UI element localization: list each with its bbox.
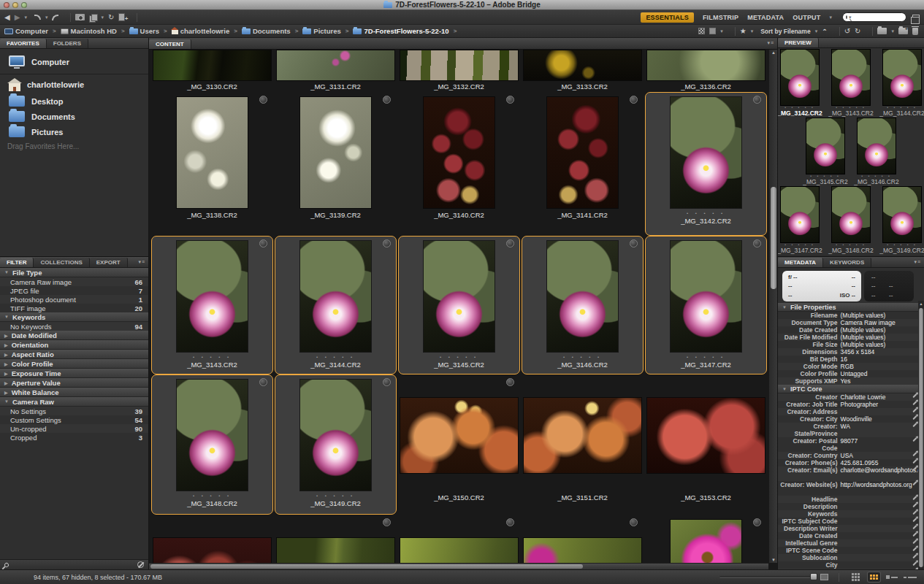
preview-item-_mg_3148.cr2[interactable]: • • • • •_MG_3148.CR2	[829, 187, 873, 256]
tab-export[interactable]: EXPORT	[90, 258, 128, 267]
filter-section-header[interactable]: ▶White Balance	[0, 388, 148, 397]
new-folder-icon[interactable]	[898, 28, 908, 34]
edit-pencil-icon[interactable]	[912, 393, 917, 398]
filter-items-icon[interactable]	[709, 28, 716, 34]
thumbnail-image[interactable]	[400, 50, 518, 80]
sort-ascending-icon[interactable]: ⌃	[822, 28, 828, 34]
thumbnail-cell-_mg_3130.cr2[interactable]: _MG_3130.CR2	[151, 50, 273, 92]
tab-favorites[interactable]: FAVORITES	[0, 39, 47, 48]
thumbnail-cell-_mg_3132.cr2[interactable]: _MG_3132.CR2	[398, 50, 520, 92]
thumbnail-image[interactable]	[671, 520, 741, 563]
thumbnail-cell-_mg_3153.cr2[interactable]: _MG_3153.CR2	[645, 374, 767, 515]
nav-history-dropdown-icon[interactable]: ▾	[24, 15, 27, 20]
edit-pencil-icon[interactable]	[912, 481, 917, 485]
compact-mode-icon[interactable]	[912, 15, 920, 20]
preview-horizontal-scrollbar[interactable]	[779, 256, 923, 256]
rating-dots[interactable]: • • • • •	[316, 354, 355, 360]
favorites-item-desktop[interactable]: Desktop	[0, 93, 148, 109]
edit-pencil-icon[interactable]	[912, 561, 917, 566]
preview-item-_mg_3145.cr2[interactable]: • • • • •_MG_3145.CR2	[803, 118, 847, 187]
open-in-camera-raw-icon[interactable]: ↻	[108, 14, 114, 21]
star-filter-dropdown-icon[interactable]: ▾	[751, 28, 754, 34]
rating-dots[interactable]: • • • • •	[563, 354, 602, 360]
edit-pencil-icon[interactable]	[912, 423, 917, 427]
thumbnail-image[interactable]	[277, 538, 394, 564]
boomerang-dropdown-icon[interactable]: ▾	[45, 15, 48, 20]
metadata-panel-menu-icon[interactable]: ▾≡	[914, 259, 921, 265]
thumbnail-image[interactable]	[153, 538, 271, 564]
thumbnail-image[interactable]	[177, 97, 248, 208]
filter-item[interactable]: TIFF image20	[0, 304, 148, 312]
breadcrumb-item[interactable]: 7D-ForestFlowers-5-22-10	[353, 27, 448, 35]
thumbnail-cell-_mg_3150.cr2[interactable]: _MG_3150.CR2	[398, 374, 520, 515]
view-as-details-icon[interactable]	[886, 575, 898, 579]
clear-filter-icon[interactable]	[137, 561, 144, 568]
thumbnail-image[interactable]	[300, 97, 371, 208]
edit-pencil-icon[interactable]	[912, 518, 917, 522]
star-rating-filter-icon[interactable]: ★	[740, 28, 747, 35]
tab-keywords[interactable]: KEYWORDS	[823, 258, 871, 267]
workspace-tab-filmstrip[interactable]: FILMSTRIP	[703, 14, 738, 21]
breadcrumb-item[interactable]: charlottelowrie	[172, 27, 230, 35]
metadata-scrollbar[interactable]: ▲ ▼	[918, 301, 924, 576]
preview-item-_mg_3146.cr2[interactable]: • • • • •_MG_3146.CR2	[855, 118, 898, 187]
metadata-field-value[interactable]: charlotte@wordsandphotos.org	[841, 466, 911, 474]
thumbnail-cell-_mg_3146.cr2[interactable]: • • • • •_MG_3146.CR2	[522, 236, 644, 374]
edit-pencil-icon[interactable]	[912, 437, 917, 442]
filter-item[interactable]: Photoshop document1	[0, 295, 148, 304]
get-photos-from-camera-icon[interactable]	[75, 14, 85, 20]
thumbnail-cell-_mg_3133.cr2[interactable]: _MG_3133.CR2	[522, 50, 644, 92]
scroll-down-icon[interactable]: ▼	[771, 558, 776, 562]
thumbnail-image[interactable]	[177, 241, 248, 352]
rating-dots[interactable]: • • • • •	[193, 354, 232, 360]
thumbnail-cell-_mg_3149.cr2[interactable]: • • • • •_MG_3149.CR2	[275, 374, 397, 515]
favorites-item-documents[interactable]: Documents	[0, 109, 148, 124]
thumbnail-image[interactable]	[400, 398, 518, 473]
thumbnail-image[interactable]	[300, 241, 371, 352]
thumbnail-cell-_mg_3145.cr2[interactable]: • • • • •_MG_3145.CR2	[398, 236, 520, 374]
preview-item-_mg_3144.cr2[interactable]: • • • • •_MG_3144.CR2	[880, 50, 924, 118]
edit-pencil-icon[interactable]	[912, 532, 917, 537]
breadcrumb-item[interactable]: Documents	[242, 27, 291, 35]
rating-dots[interactable]: • • • • •	[687, 354, 725, 360]
preview-item-_mg_3143.cr2[interactable]: • • • • •_MG_3143.CR2	[829, 50, 873, 118]
preview-thumbnail-image[interactable]	[781, 187, 819, 242]
metadata-field-value[interactable]: Photographer	[841, 401, 911, 408]
edit-pencil-icon[interactable]	[912, 408, 917, 412]
tab-preview[interactable]: PREVIEW	[778, 38, 819, 47]
content-horizontal-scrollbar[interactable]	[149, 563, 768, 569]
filter-section-header[interactable]: ▶Aperture Value	[0, 378, 148, 388]
rotate-right-icon[interactable]: ↻	[855, 28, 860, 35]
content-panel-menu-icon[interactable]: ▾≡	[767, 40, 774, 46]
rotate-left-icon[interactable]: ↺	[844, 28, 850, 35]
content-vertical-scrollbar[interactable]: ▲ ▼	[768, 50, 777, 563]
metadata-field-value[interactable]: Woodinville	[841, 415, 911, 423]
thumbnail-image[interactable]	[647, 50, 765, 80]
edit-pencil-icon[interactable]	[912, 547, 917, 551]
edit-pencil-icon[interactable]	[912, 459, 917, 464]
sort-by-label[interactable]: Sort by Filename	[760, 28, 811, 35]
preview-thumbnail-image[interactable]	[832, 187, 870, 242]
filter-item[interactable]: JPEG file7	[0, 286, 148, 295]
thumbnail-image[interactable]	[300, 380, 371, 491]
delete-item-icon[interactable]	[912, 28, 918, 35]
tab-content[interactable]: CONTENT	[149, 39, 191, 49]
edit-pencil-icon[interactable]	[912, 539, 917, 544]
thumbnail-image[interactable]	[647, 398, 765, 473]
thumbnail-image[interactable]	[424, 97, 495, 208]
metadata-scroll-thumb[interactable]	[919, 308, 923, 567]
thumbnail-cell-_mg_3140.cr2[interactable]: _MG_3140.CR2	[398, 92, 520, 236]
output-icon[interactable]	[118, 13, 125, 21]
favorites-item-pictures[interactable]: Pictures	[0, 124, 148, 139]
filter-item[interactable]: Custom Settings54	[0, 415, 148, 424]
workspace-tab-essentials[interactable]: ESSENTIALS	[641, 12, 694, 23]
thumbnail-image[interactable]	[547, 97, 618, 208]
thumbnail-size-slider-thumb[interactable]	[810, 573, 817, 580]
preview-thumbnail-image[interactable]	[806, 118, 844, 174]
thumbnail-cell-_mg_3141.cr2[interactable]: _MG_3141.CR2	[522, 92, 644, 236]
thumbnail-cell-_mg_3143.cr2[interactable]: • • • • •_MG_3143.CR2	[151, 236, 273, 374]
thumbnail-cell-_mg_3131.cr2[interactable]: _MG_3131.CR2	[275, 50, 397, 92]
workspace-tab-metadata[interactable]: METADATA	[747, 14, 784, 21]
thumbnail-image[interactable]	[671, 97, 741, 208]
tab-folders[interactable]: FOLDERS	[47, 39, 88, 48]
